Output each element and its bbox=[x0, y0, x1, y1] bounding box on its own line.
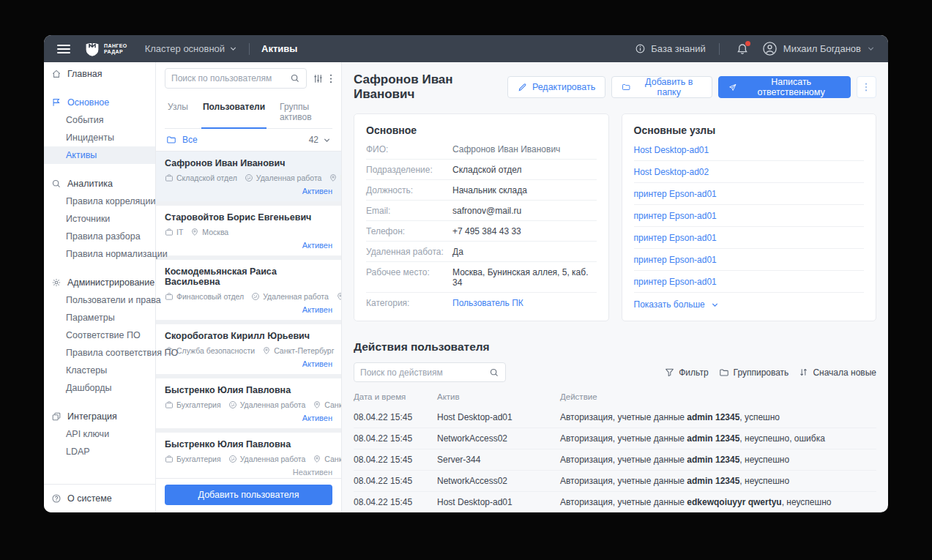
more-actions-button[interactable] bbox=[857, 76, 876, 98]
remote-work-icon bbox=[251, 292, 260, 301]
cluster-selector[interactable]: Кластер основной bbox=[145, 43, 237, 54]
remote-work-icon bbox=[228, 455, 237, 463]
remote-work-tag: Удаленная работа bbox=[245, 173, 322, 182]
filter-sliders-icon[interactable] bbox=[313, 73, 324, 84]
topbar: ПАНГЕО РАДАР Кластер основной Активы Баз… bbox=[44, 35, 888, 62]
sidebar-item-clusters[interactable]: Кластеры bbox=[44, 362, 155, 379]
avatar-icon bbox=[762, 41, 778, 56]
node-link[interactable]: Host Desktop-ad01 bbox=[634, 145, 709, 155]
sidebar-section-integration[interactable]: Интеграция bbox=[44, 408, 155, 425]
table-row[interactable]: 08.04.22 15:45 Server-344 Авторизация, у… bbox=[354, 449, 876, 471]
actions-search-input[interactable] bbox=[360, 367, 489, 378]
sidebar-item-users-rights[interactable]: Пользователи и права bbox=[44, 291, 155, 309]
user-list: Сафронов Иван Иванович Складской отдел У… bbox=[156, 152, 341, 478]
folder-all[interactable]: Все bbox=[166, 135, 198, 145]
page-title: Активы bbox=[261, 43, 297, 54]
table-row[interactable]: 08.04.22 15:45 NetworkAccess02 Авторизац… bbox=[354, 428, 876, 449]
gear-icon bbox=[51, 277, 61, 288]
city-tag: Санкт-Петербург bbox=[313, 455, 341, 463]
city-tag: Санкт-Петербург bbox=[313, 400, 341, 409]
sidebar-item-home[interactable]: Главная bbox=[44, 65, 155, 83]
user-card-name: Скоробогатов Кирилл Юрьевич bbox=[165, 331, 332, 341]
notifications-button[interactable] bbox=[736, 42, 749, 56]
filter-button[interactable]: Фильтр bbox=[665, 367, 708, 378]
node-link[interactable]: принтер Epson-ad01 bbox=[634, 211, 717, 221]
sidebar-section-administration[interactable]: Администрирование bbox=[44, 274, 155, 291]
profile-card-title: Основное bbox=[366, 124, 597, 136]
sidebar-item-normalization-rules[interactable]: Правила нормализации bbox=[44, 245, 155, 263]
group-button[interactable]: Группировать bbox=[719, 367, 789, 378]
brand-logo: ПАНГЕО РАДАР bbox=[85, 41, 127, 57]
sidebar-item-assets[interactable]: Активы bbox=[44, 146, 155, 164]
user-card-name: Быстренко Юлия Павловна bbox=[165, 439, 332, 449]
integration-icon bbox=[51, 411, 61, 422]
user-card-name: Старовойтов Борис Евгеньевич bbox=[165, 212, 332, 223]
sidebar-item-incidents[interactable]: Инциденты bbox=[44, 129, 155, 146]
sidebar-item-parameters[interactable]: Параметры bbox=[44, 309, 155, 326]
status-badge: Неактивен bbox=[165, 468, 332, 477]
sidebar-item-software-compliance[interactable]: Соответствие ПО bbox=[44, 326, 155, 344]
add-to-folder-button[interactable]: Добавить в папку bbox=[611, 76, 712, 98]
field-category-link[interactable]: Пользователь ПК bbox=[452, 298, 523, 308]
send-icon bbox=[728, 83, 737, 92]
user-card[interactable]: Космодемьянская Раиса Васильевна Финансо… bbox=[156, 260, 341, 320]
node-link[interactable]: принтер Epson-ad01 bbox=[634, 233, 717, 243]
search-icon bbox=[290, 73, 300, 83]
field-phone: +7 495 384 43 33 bbox=[452, 226, 521, 236]
user-name: Михаил Богданов bbox=[783, 43, 861, 54]
node-link[interactable]: принтер Epson-ad01 bbox=[634, 277, 717, 287]
tab-users[interactable]: Пользователи bbox=[201, 97, 266, 128]
app-window: ПАНГЕО РАДАР Кластер основной Активы Баз… bbox=[44, 35, 888, 512]
table-row[interactable]: 08.04.22 15:45 Host Desktop-ad01 Авториз… bbox=[354, 407, 876, 428]
node-link[interactable]: принтер Epson-ad01 bbox=[634, 189, 717, 199]
briefcase-icon bbox=[165, 455, 174, 463]
user-card[interactable]: Скоробогатов Кирилл Юрьевич Служба безоп… bbox=[156, 324, 341, 374]
remote-work-tag: Удаленная работа bbox=[228, 455, 306, 463]
table-row[interactable]: 08.04.22 15:45 Host Desktop-ad01 Авториз… bbox=[354, 492, 876, 513]
sort-button[interactable]: Сначала новые bbox=[799, 367, 876, 378]
show-more-button[interactable]: Показать больше bbox=[634, 293, 865, 313]
menu-toggle-icon[interactable] bbox=[57, 45, 70, 53]
user-search-input[interactable] bbox=[171, 73, 290, 83]
user-card[interactable]: Быстренко Юлия Павловна Бухгалтерия Удал… bbox=[156, 378, 341, 428]
user-card[interactable]: Быстренко Юлия Павловна Бухгалтерия Удал… bbox=[156, 433, 341, 478]
user-menu[interactable]: Михаил Богданов bbox=[762, 41, 875, 56]
briefcase-icon bbox=[165, 292, 174, 301]
pencil-icon bbox=[518, 83, 527, 92]
status-badge: Активен bbox=[165, 187, 332, 195]
sidebar-item-sources[interactable]: Источники bbox=[44, 210, 155, 228]
city-tag: Санкт-Петербург bbox=[262, 346, 334, 355]
column-action: Действие bbox=[560, 389, 876, 407]
user-card[interactable]: Старовойтов Борис Евгеньевич IT Москва А… bbox=[156, 206, 341, 255]
sidebar-section-main[interactable]: Основное bbox=[44, 94, 155, 111]
sidebar-item-parsing-rules[interactable]: Правила разбора bbox=[44, 228, 155, 245]
sidebar-item-ldap[interactable]: LDAP bbox=[44, 443, 155, 460]
sidebar-item-dashboards[interactable]: Дашборды bbox=[44, 379, 155, 397]
edit-button[interactable]: Редактировать bbox=[507, 76, 605, 98]
location-pin-icon bbox=[329, 173, 338, 182]
node-link[interactable]: принтер Epson-ad01 bbox=[634, 255, 717, 265]
add-user-button[interactable]: Добавить пользователя bbox=[165, 485, 332, 505]
chevron-down-icon bbox=[711, 301, 719, 309]
write-to-owner-button[interactable]: Написать ответственному bbox=[718, 76, 851, 98]
sidebar-item-api-keys[interactable]: API ключи bbox=[44, 425, 155, 443]
city-tag: Москва bbox=[329, 173, 341, 182]
sidebar-item-about[interactable]: О системе bbox=[44, 484, 155, 512]
knowledge-base-link[interactable]: База знаний bbox=[635, 43, 706, 54]
kebab-menu-icon[interactable] bbox=[329, 73, 332, 84]
sidebar-item-correlation-rules[interactable]: Правила корреляции bbox=[44, 193, 155, 210]
sidebar-item-compliance-rules[interactable]: Правила соответствия ПО bbox=[44, 344, 155, 362]
sidebar-section-analytics[interactable]: Аналитика bbox=[44, 175, 155, 193]
sidebar-item-events[interactable]: События bbox=[44, 111, 155, 129]
folder-count-toggle[interactable]: 42 bbox=[309, 135, 331, 145]
tab-nodes[interactable]: Узлы bbox=[166, 97, 190, 128]
status-badge: Активен bbox=[165, 241, 332, 250]
table-row[interactable]: 08.04.22 15:45 NetworkAccess02 Авторизац… bbox=[354, 471, 876, 492]
tab-asset-groups[interactable]: Группы активов bbox=[278, 97, 332, 128]
user-card[interactable]: Сафронов Иван Иванович Складской отдел У… bbox=[156, 152, 341, 201]
sidebar: Главная Основное События Инциденты Актив… bbox=[44, 62, 156, 512]
node-link[interactable]: Host Desktop-ad02 bbox=[634, 167, 709, 177]
chevron-down-icon bbox=[867, 45, 875, 53]
home-icon bbox=[51, 69, 61, 79]
folder-icon bbox=[166, 135, 176, 145]
